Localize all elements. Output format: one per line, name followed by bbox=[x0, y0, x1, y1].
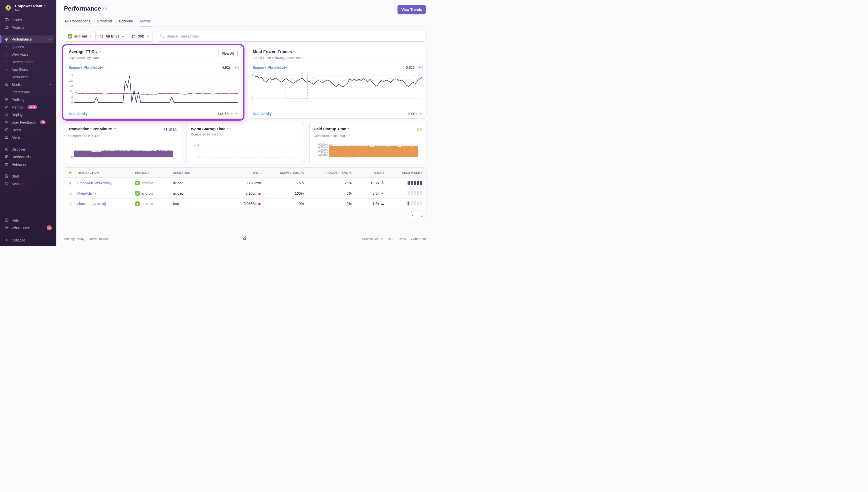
sidebar-item-performance[interactable]: Performance bbox=[2, 35, 54, 43]
ttids-panel-highlight: Average TTIDs Top screens by count View … bbox=[64, 46, 242, 119]
sidebar-item-web-vitals[interactable]: Web Vitals bbox=[2, 51, 54, 58]
sidebar-item-collapse[interactable]: Collapse bbox=[2, 237, 54, 244]
sidebar-item-label: Discover bbox=[11, 147, 25, 151]
footer-link-service-status[interactable]: Service Status bbox=[362, 237, 383, 241]
project-link[interactable]: android bbox=[142, 181, 153, 185]
org-name[interactable]: Empower Plant bbox=[15, 4, 42, 8]
footer-link-docs[interactable]: Docs bbox=[398, 237, 406, 241]
sidebar-item-issues[interactable]: Issues bbox=[2, 16, 54, 23]
ttids-row-value: 4.92s bbox=[222, 66, 231, 70]
chevron-down-icon bbox=[98, 51, 101, 53]
sidebar-item-alerts[interactable]: Alerts bbox=[2, 134, 54, 141]
sidebar-item-app-starts[interactable]: App Starts bbox=[2, 66, 54, 73]
footer-link-api[interactable]: API bbox=[388, 237, 393, 241]
column-header-frozen-frame[interactable]: FROZEN FRAME % bbox=[304, 171, 352, 174]
slow-frame-cell: 75% bbox=[261, 181, 304, 185]
ttids-title-dropdown[interactable]: Average TTIDs bbox=[69, 50, 101, 54]
project-link[interactable]: android bbox=[142, 191, 153, 195]
chevron-down-icon bbox=[146, 35, 149, 38]
sidebar-item-projects[interactable]: Projects bbox=[2, 24, 54, 31]
column-header-operation[interactable]: OPERATION bbox=[173, 171, 223, 174]
gear-icon bbox=[4, 181, 9, 186]
tab-backend[interactable]: Backend bbox=[119, 19, 133, 26]
collapse-row-button[interactable] bbox=[417, 65, 423, 70]
folder-code-icon bbox=[4, 25, 9, 30]
search-icon bbox=[160, 34, 164, 39]
column-header-tpm[interactable]: TPM ↓ bbox=[223, 171, 261, 174]
sidebar-item-releases[interactable]: Releases bbox=[2, 161, 54, 168]
sidebar-item-replays[interactable]: Replays bbox=[2, 111, 54, 118]
sidebar-item-queries[interactable]: Queries bbox=[2, 43, 54, 50]
sidebar-item-label: App Starts bbox=[11, 68, 28, 72]
tpm-title-dropdown[interactable]: Transactions Per Minute bbox=[68, 127, 116, 131]
sidebar-item-resources[interactable]: Resources bbox=[2, 73, 54, 80]
tab-bar: All TransactionsFrontendBackendMobile bbox=[64, 19, 426, 26]
sidebar-item-user-feedback[interactable]: User FeedbackB bbox=[2, 119, 54, 126]
column-header-users[interactable]: USERS bbox=[352, 171, 384, 174]
tab-frontend[interactable]: Frontend bbox=[97, 19, 112, 26]
sidebar-item-label: Profiling bbox=[11, 98, 24, 102]
tpm-cell: 0.0386/min bbox=[223, 202, 261, 206]
transaction-link[interactable]: checkout [android] bbox=[77, 202, 106, 206]
star-filled-icon[interactable] bbox=[68, 181, 77, 185]
transaction-link[interactable]: MainActivity bbox=[69, 112, 87, 116]
project-link[interactable]: android bbox=[142, 202, 153, 206]
sidebar-item-discover[interactable]: Discover bbox=[2, 146, 54, 153]
page-body: android All Envs 30D bbox=[56, 26, 434, 228]
transaction-link[interactable]: MainActivity bbox=[253, 112, 272, 116]
column-header-project[interactable]: PROJECT bbox=[135, 171, 173, 174]
help-icon[interactable] bbox=[103, 6, 107, 10]
view-trends-button[interactable]: View Trends bbox=[398, 5, 426, 14]
frozen-title-dropdown[interactable]: Most Frozen Frames bbox=[253, 50, 303, 54]
column-header-user-misery[interactable]: USER MISERY bbox=[384, 171, 422, 174]
transaction-link[interactable]: EmpowerPlantActivity bbox=[69, 66, 103, 70]
sidebar-item-starfish[interactable]: Starfish bbox=[2, 81, 54, 88]
warm-title-dropdown[interactable]: Warm Startup Time bbox=[191, 127, 230, 131]
column-header-slow-frame[interactable]: SLOW FRAME % bbox=[261, 171, 304, 174]
expand-row-button[interactable] bbox=[236, 112, 239, 115]
transaction-link[interactable]: MainActivity bbox=[77, 191, 96, 195]
transaction-link[interactable]: EmpowerPlantActivity bbox=[253, 66, 287, 70]
android-project-icon bbox=[135, 201, 140, 206]
frozen-frame-cell: 25% bbox=[304, 181, 352, 185]
operation-cell: http bbox=[173, 202, 223, 206]
chevron-left-icon bbox=[4, 238, 9, 243]
cold-subtitle: Compared to last 30d bbox=[314, 134, 422, 138]
footer-link-contribute[interactable]: Contribute bbox=[411, 237, 426, 241]
star-outline-icon[interactable] bbox=[68, 191, 77, 196]
tab-mobile[interactable]: Mobile bbox=[140, 19, 151, 26]
footer-link-terms-of-use[interactable]: Terms of Use bbox=[90, 237, 109, 241]
transaction-link[interactable]: EmpowerPlantActivity bbox=[77, 181, 111, 185]
previous-page-button[interactable] bbox=[408, 212, 417, 219]
sidebar-item-stats[interactable]: Stats bbox=[2, 172, 54, 180]
project-filter[interactable]: android bbox=[64, 31, 95, 41]
chevron-down-icon bbox=[227, 127, 230, 130]
table-header-row: TRANSACTIONPROJECTOPERATIONTPM ↓SLOW FRA… bbox=[64, 168, 426, 178]
badge-user-feedback: B bbox=[40, 120, 46, 124]
cold-title-dropdown[interactable]: Cold Startup Time bbox=[314, 127, 351, 131]
sidebar-item-settings[interactable]: Settings bbox=[2, 180, 54, 187]
star-outline-icon[interactable] bbox=[68, 202, 77, 206]
view-all-button[interactable]: View All bbox=[218, 50, 238, 57]
operation-cell: ui.load bbox=[173, 191, 223, 195]
org-switcher[interactable]: Empower Plant Nar bbox=[0, 0, 56, 15]
sidebar-item-profiling[interactable]: Profiling bbox=[2, 96, 54, 103]
sidebar-item-crons[interactable]: Crons bbox=[2, 126, 54, 133]
date-range-filter[interactable]: 30D bbox=[128, 31, 153, 41]
tab-all-transactions[interactable]: All Transactions bbox=[65, 19, 90, 26]
spacer bbox=[4, 90, 9, 94]
search-input[interactable] bbox=[157, 31, 427, 42]
column-header-transaction[interactable]: TRANSACTION bbox=[77, 171, 135, 174]
sidebar-item-help[interactable]: Help bbox=[2, 217, 54, 224]
sidebar-item-screen-loads[interactable]: Screen Loads bbox=[2, 58, 54, 66]
next-page-button[interactable] bbox=[417, 212, 427, 219]
collapse-row-button[interactable] bbox=[233, 65, 239, 70]
environment-filter[interactable]: All Envs bbox=[95, 31, 128, 41]
sidebar-item-metrics[interactable]: Metricsbeta bbox=[2, 103, 54, 111]
sidebar-item-interactions[interactable]: Interactions bbox=[2, 89, 54, 96]
footer-link-privacy-policy[interactable]: Privacy Policy bbox=[64, 237, 84, 241]
sidebar-item-dashboards[interactable]: Dashboards bbox=[2, 153, 54, 161]
sidebar-item-what-s-new[interactable]: What's new5 bbox=[2, 224, 54, 231]
project-filter-label: android bbox=[74, 34, 87, 38]
expand-row-button[interactable] bbox=[420, 112, 423, 115]
